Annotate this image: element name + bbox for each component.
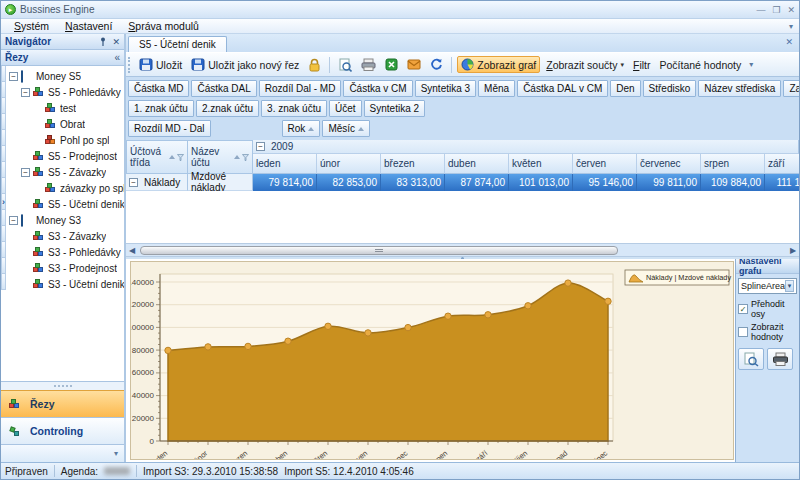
- tree-item[interactable]: závazky po splat...: [6, 180, 124, 196]
- tree-item[interactable]: S3 - Účetní denik: [6, 276, 124, 292]
- pivot-row-field-chip[interactable]: Rozdíl MD - Dal: [128, 120, 211, 137]
- column-header-nazev-uctu[interactable]: Název účtu: [188, 140, 253, 174]
- filter-funnel-icon[interactable]: [242, 154, 249, 161]
- chart-type-select[interactable]: SplineArea ▼: [738, 278, 797, 294]
- chevron-down-icon[interactable]: ▾: [114, 449, 118, 458]
- tree-item[interactable]: test: [6, 100, 124, 116]
- sort-ascending-icon[interactable]: [234, 155, 240, 159]
- pivot-field-chip[interactable]: Rozdíl Dal - MD: [259, 80, 342, 97]
- tree-item[interactable]: S5 - Prodejnost: [6, 148, 124, 164]
- value-cell[interactable]: 111 150,00: [765, 174, 799, 191]
- tree-item[interactable]: −Money S3: [6, 212, 124, 228]
- month-column-header[interactable]: květen: [509, 154, 573, 174]
- pivot-field-chip[interactable]: Částka DAL v CM: [517, 80, 608, 97]
- tree-item[interactable]: Pohl po spl: [6, 132, 124, 148]
- tree-collapse-icon[interactable]: −: [21, 88, 30, 97]
- computed-values-button[interactable]: Počítané hodnoty: [657, 58, 745, 72]
- tree-item[interactable]: −S5 - Závazky: [6, 164, 124, 180]
- value-cell[interactable]: 95 146,00: [573, 174, 637, 191]
- print-button[interactable]: [358, 57, 379, 72]
- filter-funnel-icon[interactable]: [177, 154, 184, 161]
- save-as-new-slice-button[interactable]: Uložit jako nový řez: [188, 57, 302, 72]
- menu-overflow-caret-icon[interactable]: ▾: [789, 22, 793, 31]
- pivot-field-chip[interactable]: Částka MD: [128, 80, 189, 97]
- menu-sprava-modulu[interactable]: Správa modulů: [121, 20, 206, 32]
- lock-button[interactable]: [305, 57, 324, 73]
- pivot-field-chip[interactable]: 2.znak účtu: [196, 100, 259, 117]
- tree-collapse-icon[interactable]: −: [9, 216, 18, 225]
- sidebar-button-controling[interactable]: Controling: [1, 417, 124, 444]
- pivot-field-chip[interactable]: Zakázka: [783, 80, 799, 97]
- toolbar-grip[interactable]: [128, 57, 131, 73]
- minimize-button[interactable]: —: [756, 5, 765, 15]
- pivot-field-chip[interactable]: Měna: [478, 80, 515, 97]
- value-cell[interactable]: 99 811,00: [637, 174, 701, 191]
- refresh-button[interactable]: [427, 57, 446, 72]
- chart-print-button[interactable]: [767, 348, 793, 370]
- menu-nastaveni[interactable]: Nastavení: [58, 20, 119, 32]
- pin-icon[interactable]: [99, 37, 107, 46]
- pivot-field-chip[interactable]: Částka DAL: [191, 80, 256, 97]
- pivot-field-chip[interactable]: Syntetika 2: [364, 100, 425, 117]
- pivot-field-chip[interactable]: 3. znak účtu: [261, 100, 327, 117]
- scroll-right-icon[interactable]: ▶: [787, 246, 799, 255]
- pivot-column-field-chip[interactable]: Měsíc: [322, 120, 370, 137]
- month-column-header[interactable]: leden: [253, 154, 317, 174]
- swap-axes-checkbox[interactable]: ✓ Přehodit osy: [738, 299, 797, 319]
- tab-close-icon[interactable]: ✕: [785, 37, 793, 47]
- collapse-icon[interactable]: −: [129, 178, 138, 187]
- maximize-button[interactable]: ❐: [772, 5, 780, 15]
- save-button[interactable]: Uložit: [136, 57, 185, 72]
- filter-button[interactable]: Filtr: [630, 58, 654, 72]
- account-name-cell[interactable]: Mzdové náklady: [188, 174, 253, 191]
- month-column-header[interactable]: červenec: [637, 154, 701, 174]
- value-cell[interactable]: 79 814,00: [253, 174, 317, 191]
- pivot-field-chip[interactable]: Středisko: [643, 80, 697, 97]
- pivot-field-chip[interactable]: Název střediska: [698, 80, 781, 97]
- tab-ucetni-denik[interactable]: S5 - Účetní denik: [128, 36, 227, 52]
- show-sums-button[interactable]: Zobrazit součty▾: [543, 58, 627, 72]
- scrollbar-thumb[interactable]: [140, 246, 618, 255]
- tree-item[interactable]: S3 - Závazky: [6, 228, 124, 244]
- month-column-header[interactable]: červen: [573, 154, 637, 174]
- tree-collapse-icon[interactable]: −: [21, 168, 30, 177]
- pivot-field-chip[interactable]: Syntetika 3: [415, 80, 476, 97]
- tree-collapse-icon[interactable]: −: [9, 72, 18, 81]
- horizontal-scrollbar[interactable]: ◀ ▶: [126, 243, 799, 256]
- value-cell[interactable]: 82 853,00: [317, 174, 381, 191]
- month-column-header[interactable]: únor: [317, 154, 381, 174]
- month-column-header[interactable]: srpen: [701, 154, 765, 174]
- value-cell[interactable]: 109 884,00: [701, 174, 765, 191]
- tree-item[interactable]: Obrat: [6, 116, 124, 132]
- pivot-column-field-chip[interactable]: Rok: [282, 120, 321, 137]
- column-header-uctova-trida[interactable]: Účtová třída: [126, 140, 188, 174]
- collapse-icon[interactable]: −: [256, 142, 265, 151]
- month-column-header[interactable]: březen: [381, 154, 445, 174]
- value-cell[interactable]: 87 874,00: [445, 174, 509, 191]
- year-group-header[interactable]: − 2009: [253, 140, 799, 154]
- tree-item[interactable]: −Money S5: [6, 68, 124, 84]
- chart-preview-button[interactable]: [738, 348, 764, 370]
- month-column-header[interactable]: září: [765, 154, 799, 174]
- collapse-chevron-icon[interactable]: «: [114, 52, 120, 63]
- sort-ascending-icon[interactable]: [169, 155, 175, 159]
- tree-item[interactable]: S5 - Účetní denik: [6, 196, 124, 212]
- close-button[interactable]: ✕: [787, 5, 795, 15]
- value-cell[interactable]: 83 313,00: [381, 174, 445, 191]
- show-values-checkbox[interactable]: Zobrazit hodnoty: [738, 322, 797, 342]
- splitter-grip[interactable]: [1, 382, 124, 390]
- mail-button[interactable]: [404, 58, 424, 71]
- pivot-field-chip[interactable]: Účet: [329, 100, 362, 117]
- pivot-field-chip[interactable]: Den: [610, 80, 640, 97]
- tree-item[interactable]: −S5 - Pohledávky: [6, 84, 124, 100]
- value-cell[interactable]: 101 013,00: [509, 174, 573, 191]
- sidebar-button-rezy[interactable]: Řezy: [1, 390, 124, 417]
- show-graph-button[interactable]: Zobrazit graf: [457, 56, 540, 73]
- pivot-field-chip[interactable]: Částka v CM: [343, 80, 412, 97]
- month-column-header[interactable]: duben: [445, 154, 509, 174]
- navigator-close-icon[interactable]: ✕: [112, 37, 120, 47]
- pivot-field-chip[interactable]: 1. znak účtu: [128, 100, 194, 117]
- row-group-cell[interactable]: −Náklady: [126, 174, 188, 191]
- excel-export-button[interactable]: [382, 57, 401, 72]
- tree-item[interactable]: S3 - Prodejnost: [6, 260, 124, 276]
